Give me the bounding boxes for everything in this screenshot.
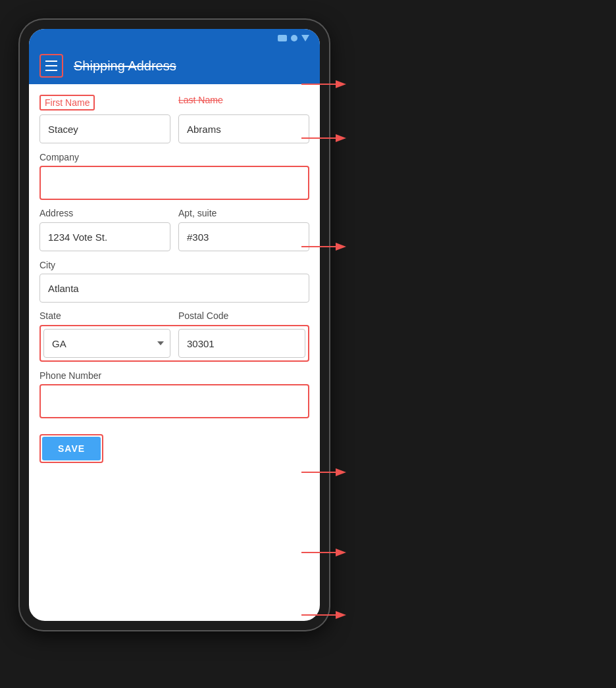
last-name-input[interactable] <box>178 114 309 143</box>
state-select-wrapper: GA AL AK CA <box>43 329 170 358</box>
apt-label: Apt, suite <box>178 208 309 218</box>
save-section: SAVE <box>39 429 309 474</box>
battery-icon <box>301 35 309 41</box>
address-label: Address <box>39 208 170 218</box>
wifi-icon <box>291 35 297 41</box>
status-bar <box>29 29 320 47</box>
company-label: Company <box>39 152 79 162</box>
state-select[interactable]: GA AL AK CA <box>43 329 170 358</box>
save-button-wrapper: SAVE <box>39 434 103 463</box>
phone-wrapper: Shipping Address First Name Last Name <box>20 20 329 630</box>
save-button[interactable]: SAVE <box>42 437 101 460</box>
postal-label: Postal Code <box>178 310 309 321</box>
form-area: First Name Last Name <box>29 84 320 487</box>
city-input[interactable] <box>39 274 309 303</box>
phone-input[interactable] <box>42 387 307 416</box>
address-input[interactable] <box>39 222 170 251</box>
company-input[interactable] <box>42 168 307 197</box>
first-name-input[interactable] <box>39 114 170 143</box>
phone-shell: Shipping Address First Name Last Name <box>20 20 329 630</box>
menu-button[interactable] <box>39 54 63 78</box>
city-label: City <box>39 260 55 270</box>
menu-icon <box>45 61 57 62</box>
menu-icon <box>45 65 57 66</box>
phone-screen: Shipping Address First Name Last Name <box>29 29 320 621</box>
apt-input[interactable] <box>178 222 309 251</box>
phone-label: Phone Number <box>39 370 101 381</box>
menu-icon <box>45 70 57 71</box>
last-name-label: Last Name <box>178 95 309 105</box>
signal-icon <box>278 35 287 41</box>
page-title: Shipping Address <box>74 59 176 74</box>
first-name-label: First Name <box>39 95 95 111</box>
app-bar: Shipping Address <box>29 47 320 84</box>
postal-input[interactable] <box>178 329 305 358</box>
state-label: State <box>39 310 170 321</box>
